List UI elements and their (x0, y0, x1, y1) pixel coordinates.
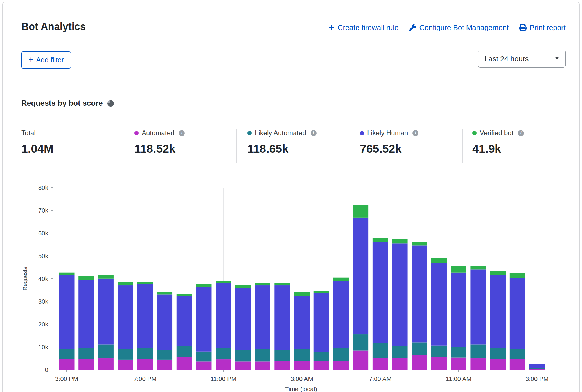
stat-label: Likely Human (367, 129, 408, 137)
bar-segment-likely-automated (470, 344, 486, 358)
plus-icon: + (28, 55, 33, 64)
bar-segment-verified-bot (157, 292, 172, 294)
bar-segment-likely-human (510, 278, 525, 349)
bar-segment-likely-automated (333, 348, 349, 361)
bar-segment-automated (314, 361, 329, 370)
bar-segment-automated (255, 361, 270, 370)
plus-icon (328, 24, 335, 31)
bar-segment-likely-human (216, 283, 231, 348)
x-tick-label: 11:00 PM (210, 375, 236, 382)
bar-segment-verified-bot (353, 205, 368, 218)
stat-value: 765.52k (360, 142, 418, 156)
bar-segment-likely-human (412, 245, 427, 342)
bar-segment-likely-human (490, 275, 506, 348)
x-tick-label: 3:00 AM (290, 375, 313, 382)
x-tick-label: 3:00 PM (525, 375, 549, 382)
stat-divider (124, 129, 124, 163)
action-link-label: Create firewall rule (338, 23, 399, 32)
bar-segment-verified-bot (78, 276, 94, 280)
bar-segment-likely-automated (196, 352, 211, 362)
bar-segment-likely-automated (353, 334, 368, 350)
x-tick-label: 7:00 PM (134, 375, 157, 382)
print-report-link[interactable]: Print report (519, 23, 566, 32)
bar-segment-likely-automated (412, 342, 427, 355)
bar-segment-likely-human (529, 364, 545, 368)
bar-segment-automated (510, 359, 525, 370)
bar-segment-likely-human (98, 279, 114, 345)
bar-segment-likely-human (59, 275, 75, 349)
y-tick-label: 80k (38, 184, 48, 191)
page-title: Bot Analytics (21, 21, 86, 33)
bar-segment-likely-automated (255, 349, 270, 362)
bar-segment-likely-automated (235, 350, 251, 362)
bar-segment-automated (177, 357, 192, 370)
bar-segment-likely-automated (490, 348, 506, 359)
x-tick-label: 3:00 PM (55, 375, 78, 382)
bar-segment-likely-automated (137, 348, 153, 359)
bar-segment-automated (412, 355, 427, 370)
bar-segment-automated (470, 358, 486, 370)
bar-segment-automated (118, 360, 133, 370)
y-tick-label: 30k (38, 298, 48, 305)
bar-segment-likely-human (78, 280, 94, 348)
stat-value: 118.52k (134, 142, 185, 156)
bar-segment-automated (78, 359, 94, 370)
info-icon[interactable]: i (179, 130, 185, 136)
bar-segment-likely-automated (529, 368, 545, 369)
stat-likely-automated: Likely Automated i 118.65k (247, 129, 317, 156)
bar-segment-automated (235, 361, 251, 370)
bar-segment-likely-human (177, 296, 192, 346)
info-icon[interactable]: i (518, 130, 524, 136)
bar-segment-verified-bot (529, 364, 545, 364)
time-range-select[interactable]: Last 24 hours (478, 50, 566, 68)
stat-value: 41.9k (472, 142, 524, 156)
bar-segment-verified-bot (177, 294, 192, 296)
bar-segment-likely-automated (373, 343, 388, 358)
bar-segment-likely-automated (431, 346, 447, 357)
bar-segment-verified-bot (510, 273, 525, 278)
action-link-label: Print report (529, 23, 566, 32)
stat-label: Likely Automated (255, 129, 306, 137)
bar-segment-verified-bot (294, 292, 310, 296)
add-filter-button[interactable]: + Add filter (21, 51, 71, 69)
bar-segment-automated (451, 358, 466, 370)
bar-segment-automated (529, 369, 545, 370)
bar-segment-verified-bot (431, 258, 447, 263)
info-icon[interactable]: i (412, 130, 418, 136)
bar-segment-automated (137, 359, 153, 370)
bar-segment-verified-bot (451, 266, 466, 272)
bar-segment-likely-human (274, 285, 290, 350)
action-link-label: Configure Bot Management (419, 23, 509, 32)
pie-chart-icon[interactable] (107, 100, 114, 107)
verified-bot-dot (472, 131, 477, 135)
header-actions: Create firewall rule Configure Bot Manag… (328, 20, 566, 35)
configure-bot-management-link[interactable]: Configure Bot Management (409, 23, 509, 32)
bar-segment-likely-automated (216, 348, 231, 359)
bar-segment-likely-automated (59, 349, 75, 359)
header-divider (3, 80, 579, 80)
bar-segment-likely-human (294, 296, 310, 349)
bar-segment-automated (353, 351, 368, 370)
bar-segment-verified-bot (314, 291, 329, 293)
stat-label: Verified bot (480, 129, 513, 137)
bar-segment-likely-automated (451, 347, 466, 357)
x-tick-label: 7:00 AM (369, 375, 392, 382)
bar-segment-verified-bot (490, 271, 506, 275)
bar-segment-automated (392, 358, 408, 370)
automated-dot (134, 131, 139, 135)
wrench-icon (409, 24, 416, 31)
bar-segment-verified-bot (412, 242, 427, 245)
bar-segment-likely-human (431, 263, 447, 346)
bar-segment-likely-human (157, 294, 172, 350)
create-firewall-rule-link[interactable]: Create firewall rule (328, 23, 399, 32)
requests-by-bot-score-chart: 010k20k30k40k50k60k70k80k3:00 PM7:00 PM1… (0, 169, 582, 392)
stat-total: Total 1.04M (21, 129, 53, 156)
section-title-row: Requests by bot score (21, 99, 114, 108)
bar-segment-automated (98, 358, 114, 370)
bar-segment-verified-bot (216, 281, 231, 283)
time-range-value: Last 24 hours (484, 55, 529, 63)
bar-segment-likely-human (196, 287, 211, 352)
info-icon[interactable]: i (311, 130, 317, 136)
bar-segment-verified-bot (118, 282, 133, 285)
bot-analytics-page: Bot Analytics Create firewall rule Confi… (0, 0, 582, 392)
